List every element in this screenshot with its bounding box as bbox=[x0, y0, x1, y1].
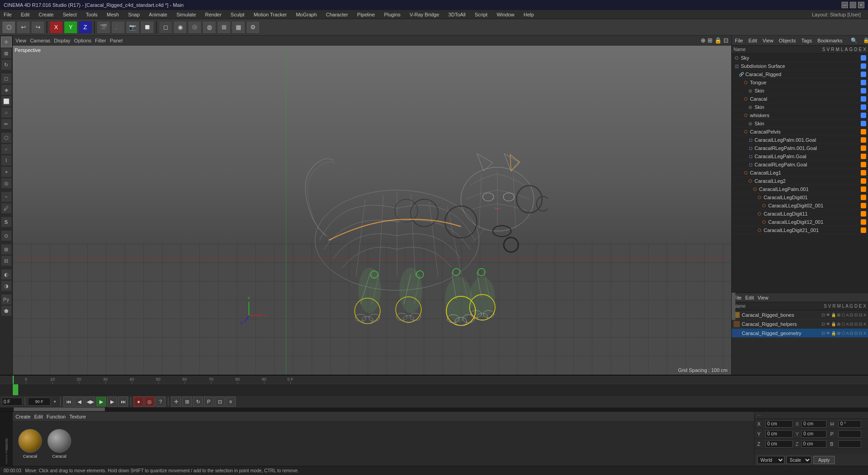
tool-scale[interactable]: ⊠ bbox=[1, 48, 12, 59]
record-button[interactable]: ● bbox=[134, 397, 144, 407]
tool-spline[interactable]: ~ bbox=[1, 191, 12, 202]
obj-whiskers[interactable]: ⬡ whiskers bbox=[732, 111, 868, 119]
tool-paint2[interactable]: ◑ bbox=[1, 280, 12, 291]
tool-rotate[interactable]: ↻ bbox=[1, 59, 12, 70]
key-help-button[interactable]: ? bbox=[155, 397, 165, 407]
ir-button[interactable]: 📷 bbox=[126, 21, 140, 34]
tool-s[interactable]: S bbox=[1, 217, 12, 227]
tool-stitch[interactable]: ⌖ bbox=[1, 166, 12, 177]
tool-rect-select[interactable]: ⬜ bbox=[1, 96, 12, 107]
display-button2[interactable]: ◉ bbox=[173, 21, 187, 34]
redo-button[interactable]: ↪ bbox=[31, 21, 45, 34]
mat-create-menu[interactable]: Create bbox=[16, 414, 31, 419]
tool-free-select[interactable]: ✏ bbox=[1, 119, 12, 129]
render-to-pic-button[interactable]: 🎬 bbox=[97, 21, 110, 34]
undo-button[interactable]: ↩ bbox=[16, 21, 30, 34]
menu-plugins[interactable]: Plugins bbox=[382, 12, 402, 17]
mat-texture-menu[interactable]: Texture bbox=[69, 414, 86, 419]
display-button1[interactable]: ◻ bbox=[159, 21, 172, 34]
menu-file[interactable]: File bbox=[2, 12, 14, 17]
obj-edit-menu[interactable]: Edit bbox=[747, 38, 759, 43]
mat-function-menu[interactable]: Function bbox=[46, 414, 66, 419]
panel-tab[interactable]: Panel bbox=[110, 38, 123, 43]
obj-lleg-palm-001[interactable]: ⬡ CaracalLLegPalm.001 bbox=[732, 185, 868, 193]
view-tab[interactable]: View bbox=[16, 38, 26, 43]
obj-lleg-palm-goal[interactable]: ◻ CaracalLLegPalm.Goal bbox=[732, 152, 868, 160]
step-back-button[interactable]: ◀ bbox=[74, 397, 84, 407]
y-value-input[interactable] bbox=[801, 430, 827, 438]
scrollbar-thumb[interactable] bbox=[732, 293, 735, 320]
tool-pen[interactable]: 🖊 bbox=[1, 203, 12, 214]
go-to-start-button[interactable]: ⏮ bbox=[63, 397, 73, 407]
obj-objects-menu[interactable]: Objects bbox=[777, 38, 797, 43]
obj-sky[interactable]: ⬡ Sky bbox=[732, 54, 868, 62]
tool-move[interactable]: ✛ bbox=[1, 36, 12, 47]
obj-whiskers-skin[interactable]: ◎ Skin bbox=[732, 119, 868, 128]
cameras-tab[interactable]: Cameras bbox=[30, 38, 51, 43]
render-settings-button[interactable]: 🎥 bbox=[111, 21, 125, 34]
obj-caracal-skin[interactable]: ◎ Skin bbox=[732, 103, 868, 111]
tool-knife[interactable]: ⌿ bbox=[1, 144, 12, 155]
obj-tongue-skin[interactable]: ◎ Skin bbox=[732, 87, 868, 95]
tool-mesh2[interactable]: ⊟ bbox=[1, 255, 12, 266]
tool-extrude[interactable]: ⬡ bbox=[1, 132, 12, 143]
obj-file-menu[interactable]: File bbox=[734, 38, 744, 43]
world-dropdown[interactable]: World Object Parent bbox=[757, 456, 785, 464]
obj-tongue[interactable]: ⬡ Tongue bbox=[732, 78, 868, 87]
tool-live-select[interactable]: ◈ bbox=[1, 84, 12, 95]
tool-brush[interactable]: ⊙ bbox=[1, 230, 12, 241]
layer-helpers[interactable]: Caracal_Rigged_helpers ⊡👁🔒⊞⬡A⊡⊡⊡X bbox=[732, 320, 868, 329]
menu-edit[interactable]: Edit bbox=[19, 12, 31, 17]
tool-mesh[interactable]: ⊞ bbox=[1, 244, 12, 255]
close-button[interactable]: × bbox=[858, 2, 864, 8]
y-position-input[interactable] bbox=[765, 430, 793, 438]
obj-subdivision-surface[interactable]: ◫ Subdivision Surface bbox=[732, 62, 868, 70]
menu-motion-tracker[interactable]: Motion Tracker bbox=[252, 12, 289, 17]
obj-caracal-lleg2[interactable]: ⬡ CaracalLLeg2 bbox=[732, 177, 868, 185]
menu-help[interactable]: Help bbox=[522, 12, 536, 17]
current-frame-input[interactable] bbox=[2, 398, 22, 406]
object-tree[interactable]: ⬡ Sky ◫ Subdivision Surface 🔗 bbox=[732, 54, 868, 293]
mat-edit-menu[interactable]: Edit bbox=[34, 414, 43, 419]
z-value-input[interactable] bbox=[801, 440, 827, 448]
obj-caracal-rigged[interactable]: 🔗 Caracal_Rigged bbox=[732, 70, 868, 78]
play-reverse-button[interactable]: ◀▶ bbox=[85, 397, 95, 407]
maximize-button[interactable]: □ bbox=[850, 2, 856, 8]
viewport-nav-expand[interactable]: ⊡ bbox=[723, 37, 728, 44]
menu-mograph[interactable]: MoGraph bbox=[294, 12, 319, 17]
menu-animate[interactable]: Animate bbox=[147, 12, 169, 17]
snap2-button[interactable]: ⊞ bbox=[182, 397, 192, 407]
h-value-input[interactable] bbox=[838, 420, 861, 428]
xaxis-button[interactable]: X bbox=[49, 21, 63, 34]
b-value-input[interactable] bbox=[838, 440, 861, 448]
obj-caracal-pelvis[interactable]: ⬡ CaracalPelvis bbox=[732, 128, 868, 136]
layer-geometry[interactable]: Caracal_Rigged_geometry ⊡👁🔒⊞⬡A⊡⊡⊡X bbox=[732, 329, 868, 338]
tool-bridge[interactable]: ⌇ bbox=[1, 155, 12, 166]
obj-lleg-digit02-001[interactable]: ⬡ CaracalLLegDigit02_001 bbox=[732, 201, 868, 210]
menu-select[interactable]: Select bbox=[61, 12, 79, 17]
layer-edit-menu[interactable]: Edit bbox=[745, 295, 754, 300]
z-position-input[interactable] bbox=[765, 440, 793, 448]
menu-mesh[interactable]: Mesh bbox=[105, 12, 121, 17]
menu-window[interactable]: Window bbox=[495, 12, 516, 17]
menu-sculpt[interactable]: Sculpt bbox=[229, 12, 247, 17]
x-position-input[interactable] bbox=[765, 420, 793, 428]
timeline-playhead[interactable] bbox=[13, 376, 14, 384]
timeline-track[interactable] bbox=[0, 384, 868, 395]
obj-lleg-palm-001-goal[interactable]: ◻ CaracalLLegPalm.001.Goal bbox=[732, 136, 868, 144]
viewport-nav-fit[interactable]: ⊞ bbox=[708, 37, 713, 44]
obj-lleg-digit12-001[interactable]: ⬡ CaracalLLegDigit12_001 bbox=[732, 218, 868, 226]
obj-lleg-digit21-001[interactable]: ⬡ CaracalLLegDigit21_001 bbox=[732, 226, 868, 234]
mode-model-button[interactable]: ⬡ bbox=[2, 21, 16, 34]
obj-tags-menu[interactable]: Tags bbox=[800, 38, 813, 43]
obj-caracal[interactable]: ⬡ Caracal bbox=[732, 95, 868, 103]
menu-create[interactable]: Create bbox=[37, 12, 56, 17]
display-button3[interactable]: ⦾ bbox=[188, 21, 202, 34]
timeline-scroll-thumb[interactable] bbox=[14, 408, 105, 411]
display-tab[interactable]: Display bbox=[54, 38, 70, 43]
obj-bookmarks-menu[interactable]: Bookmarks bbox=[816, 38, 844, 43]
menu-snap[interactable]: Snap bbox=[126, 12, 142, 17]
yaxis-button[interactable]: Y bbox=[64, 21, 78, 34]
material-item-2[interactable]: Caracal bbox=[47, 429, 71, 459]
x-value-input[interactable] bbox=[801, 420, 827, 428]
